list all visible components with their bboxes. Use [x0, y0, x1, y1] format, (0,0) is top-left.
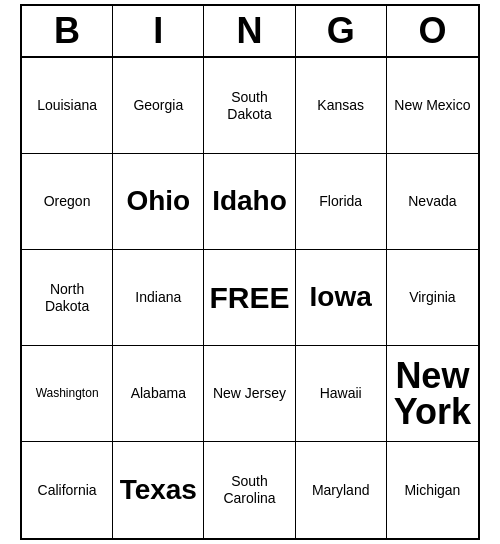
cell-label: Nevada	[408, 193, 456, 210]
bingo-cell[interactable]: Virginia	[387, 250, 478, 346]
bingo-cell[interactable]: Nevada	[387, 154, 478, 250]
cell-label: South Carolina	[208, 473, 290, 507]
bingo-cell[interactable]: New York	[387, 346, 478, 442]
bingo-cell[interactable]: South Carolina	[204, 442, 295, 538]
header-letter: N	[204, 6, 295, 56]
cell-label: New Jersey	[213, 385, 286, 402]
cell-label: Oregon	[44, 193, 91, 210]
cell-label: Florida	[319, 193, 362, 210]
cell-label: Virginia	[409, 289, 455, 306]
bingo-header: BINGO	[22, 6, 478, 58]
cell-label: Louisiana	[37, 97, 97, 114]
cell-label: Michigan	[404, 482, 460, 499]
bingo-card: BINGO LouisianaGeorgiaSouth DakotaKansas…	[20, 4, 480, 540]
cell-label: California	[38, 482, 97, 499]
cell-label: FREE	[209, 281, 289, 315]
bingo-cell[interactable]: North Dakota	[22, 250, 113, 346]
bingo-cell[interactable]: Louisiana	[22, 58, 113, 154]
bingo-cell[interactable]: New Jersey	[204, 346, 295, 442]
cell-label: Ohio	[126, 186, 190, 217]
bingo-cell[interactable]: Maryland	[296, 442, 387, 538]
cell-label: Idaho	[212, 186, 287, 217]
header-letter: G	[296, 6, 387, 56]
bingo-cell[interactable]: Hawaii	[296, 346, 387, 442]
bingo-cell[interactable]: Iowa	[296, 250, 387, 346]
cell-label: North Dakota	[26, 281, 108, 315]
cell-label: Texas	[120, 475, 197, 506]
header-letter: B	[22, 6, 113, 56]
bingo-cell[interactable]: Georgia	[113, 58, 204, 154]
bingo-grid: LouisianaGeorgiaSouth DakotaKansasNew Me…	[22, 58, 478, 538]
cell-label: New Mexico	[394, 97, 470, 114]
cell-label: Iowa	[310, 282, 372, 313]
bingo-cell[interactable]: Kansas	[296, 58, 387, 154]
bingo-cell[interactable]: Texas	[113, 442, 204, 538]
cell-label: Kansas	[317, 97, 364, 114]
cell-label: South Dakota	[208, 89, 290, 123]
cell-label: Hawaii	[320, 385, 362, 402]
bingo-cell[interactable]: Indiana	[113, 250, 204, 346]
header-letter: O	[387, 6, 478, 56]
bingo-cell[interactable]: Ohio	[113, 154, 204, 250]
cell-label: Indiana	[135, 289, 181, 306]
bingo-cell[interactable]: FREE	[204, 250, 295, 346]
bingo-cell[interactable]: Alabama	[113, 346, 204, 442]
bingo-cell[interactable]: Florida	[296, 154, 387, 250]
bingo-cell[interactable]: New Mexico	[387, 58, 478, 154]
cell-label: New York	[391, 358, 474, 430]
bingo-cell[interactable]: Oregon	[22, 154, 113, 250]
cell-label: Georgia	[133, 97, 183, 114]
cell-label: Washington	[36, 386, 99, 400]
bingo-cell[interactable]: California	[22, 442, 113, 538]
bingo-cell[interactable]: Idaho	[204, 154, 295, 250]
bingo-cell[interactable]: South Dakota	[204, 58, 295, 154]
cell-label: Alabama	[131, 385, 186, 402]
header-letter: I	[113, 6, 204, 56]
bingo-cell[interactable]: Michigan	[387, 442, 478, 538]
cell-label: Maryland	[312, 482, 370, 499]
bingo-cell[interactable]: Washington	[22, 346, 113, 442]
